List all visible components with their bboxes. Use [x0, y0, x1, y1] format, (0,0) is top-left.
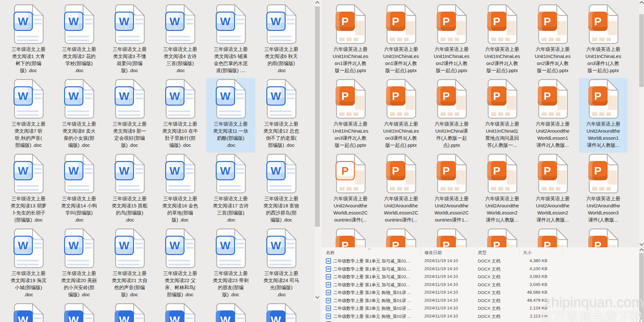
column-header-name[interactable]: 名称: [326, 250, 335, 256]
file-item[interactable]: W 三年级语文上册 类文阅读9 那一 定会很好(部编 版) .doc: [105, 78, 154, 153]
file-item[interactable]: P 六年级英语上册 Unit1InChinaLes on1课件3(人教 版一起点…: [377, 3, 426, 78]
document-content-lines-icon: [440, 187, 459, 191]
word-icon: W: [115, 86, 134, 106]
column-separator[interactable]: [519, 249, 519, 256]
column-header-size[interactable]: 大小: [523, 250, 532, 256]
file-icon: W: [266, 79, 297, 119]
file-item[interactable]: P 六年级英语上册 Unit2Aroundthe WorldLesson2 课件…: [478, 153, 527, 227]
file-list-row[interactable]: W 二年级数学上册 第1单元 加与减_第02... 2024/11/19 14:…: [321, 273, 644, 281]
file-item[interactable]: W 三年级语文上册 类文阅读14 小狗 学叫(部编版) .doc: [55, 153, 104, 227]
column-separator[interactable]: [474, 249, 474, 256]
file-item[interactable]: W 三年级语文上册 类文阅读20 美丽 的小兴安岭(部 编版) .doc: [55, 227, 104, 302]
powerpoint-icon: P: [386, 12, 405, 31]
file-item[interactable]: W 三年级语文上册 类文阅读3 不懂 就要问(部编 版) .doc: [105, 3, 154, 78]
file-list-name: 二年级数学上册 第1单元 加与减_第02...: [333, 274, 418, 280]
file-item[interactable]: P 六年级英语上册 Unit2Aroundthe WorldLesson2C o…: [326, 153, 375, 227]
file-item[interactable]: P 六年级英语上册 Unit1InChinaLes on2课件3(人教 版一起点…: [528, 3, 577, 78]
scroll-down-button[interactable]: [315, 294, 320, 299]
file-list-row[interactable]: W 二年级数学上册 第2单元 购物_第01讲 ... 2024/11/19 14…: [321, 297, 644, 305]
column-header-date[interactable]: 修改日期: [424, 250, 442, 256]
file-name: 三年级语文上册 类文阅读16 金色 的草地(部编 版) .doc: [162, 195, 198, 223]
column-separator[interactable]: [563, 249, 563, 256]
file-name: 三年级语文上册 类文阅读2 花的 学校(部编版) .doc: [62, 46, 96, 74]
document-content-lines-icon: [542, 112, 560, 116]
file-item[interactable]: P 六年级英语上册 Unit1InChina位 置地点询问及回 答(人教版一..…: [478, 78, 527, 153]
file-item[interactable]: W: [105, 302, 154, 322]
file-item[interactable]: P 六年级英语上册 Unit1InChinaLes on2课件1(人教 版一起点…: [427, 3, 476, 78]
document-content-lines-icon: [135, 164, 143, 175]
file-list-row[interactable]: W 二年级数学上册 第2单元 购物_第02讲 ... 2024/11/19 14…: [321, 312, 644, 320]
file-item[interactable]: W 三年级语文上册 类文阅读19 海滨 小城(部编版) .doc: [4, 227, 53, 302]
file-item[interactable]: P 六年级英语上册 Unit2Aroundthe WorldLesson2C o…: [377, 153, 426, 227]
scrollbar-thumb[interactable]: [639, 14, 644, 87]
file-item[interactable]: P 六年级英语上册 Unit2Aroundthe WorldLesson1 课件…: [579, 78, 628, 153]
file-item[interactable]: P 六年级英语上册 Unit1InChinaLes on3课件3(人教 版一起点…: [377, 78, 426, 153]
scrollbar-thumb[interactable]: [639, 253, 644, 322]
file-item[interactable]: W: [206, 302, 255, 322]
file-name: 三年级语文上册 类文阅读24 司马 光(部编版) .doc: [263, 270, 299, 298]
file-icon: W: [266, 303, 297, 322]
file-item[interactable]: W 三年级语文上册 类文阅读18 富饶 的西沙群岛(部 编版) .doc: [257, 153, 306, 227]
file-list-row[interactable]: W 二年级数学上册 第2单元 购物_第02讲 ... 2024/11/19 14…: [321, 304, 644, 312]
file-item[interactable]: W 三年级语文上册 类文阅读17 古诗 三首(部编版) .doc: [206, 153, 255, 227]
file-item[interactable]: W: [257, 302, 306, 322]
file-item[interactable]: W 三年级语文上册 类文阅读8 卖火 柴的小女孩(部 编版) .doc: [55, 78, 104, 153]
file-item[interactable]: W 三年级语文上册 类文阅读13 胡萝 卜先生的长胡子 (部编版) .doc: [4, 153, 53, 227]
file-item[interactable]: P 六年级英语上册 Unit2Aroundthe WorldLesson2 课件…: [528, 153, 577, 227]
document-content-lines-icon: [34, 164, 42, 175]
file-item[interactable]: W 三年级语文上册 类文阅读5 铺满 金色巴掌的水泥 道(部编版) ....: [206, 3, 255, 78]
right-grid-scrollbar[interactable]: [639, 0, 644, 247]
document-content-lines-icon: [339, 112, 358, 116]
list-scrollbar[interactable]: [639, 247, 644, 322]
scroll-up-button[interactable]: [315, 0, 320, 5]
file-item[interactable]: W 三年级语文上册 类文阅读21 大自 然的声音(部编 版) .doc: [105, 227, 154, 302]
file-list-row[interactable]: W 二年级数学上册 第1单元 加与减_第02... 2024/11/19 14:…: [321, 281, 644, 289]
file-item[interactable]: W 三年级语文上册 类文阅读10 在牛 肚子里旅行(部 编版) .doc: [156, 78, 205, 153]
file-item[interactable]: W: [55, 302, 104, 322]
file-item[interactable]: W 三年级语文上册 类文阅读6 秋天 的雨(部编版) .doc: [257, 3, 306, 78]
file-item[interactable]: P 六年级英语上册 Unit1InChinaLes on3课件2(人教 版一起点…: [326, 78, 375, 153]
file-item[interactable]: W 三年级语文上册 类文阅读4 古诗 三首(部编版) .doc: [156, 3, 205, 78]
file-item[interactable]: W 三年级语文上册 类文阅读1 大青 树下的(部编 版) .doc: [4, 3, 53, 78]
file-item[interactable]: P 六年级英语上册 Unit2Aroundthe WorldLesson2C o…: [427, 153, 476, 227]
file-item[interactable]: W: [4, 302, 53, 322]
file-item[interactable]: W 三年级语文上册 类文阅读2 花的 学校(部编版) .doc: [55, 3, 104, 78]
file-list-row[interactable]: W 二年级数学上册 第1单元 加与减_第01... 2024/11/19 14:…: [321, 257, 644, 265]
document-content-lines-icon: [85, 89, 92, 101]
file-item[interactable]: P 六年级英语上册 Unit1InChinaLes on1课件2(人教 版一起点…: [326, 3, 375, 78]
file-item[interactable]: W 三年级语文上册 类文阅读7 听 听,秋的声音( 部编版) .doc: [4, 78, 53, 153]
file-list-row[interactable]: W 二年级数学上册 第2单元 购物_第01讲 ... 2024/11/19 14…: [321, 289, 644, 297]
file-icon: P: [436, 4, 467, 44]
left-scrollbar[interactable]: [315, 0, 320, 299]
scroll-up-button[interactable]: [639, 247, 644, 252]
file-list-type: DOCX 文档: [478, 258, 500, 264]
file-name: 三年级语文上册 类文阅读15 搭船 的鸟(部编版) .doc: [112, 195, 147, 223]
document-content-lines-icon: [287, 164, 295, 175]
column-separator[interactable]: [421, 249, 421, 256]
file-item[interactable]: P 六年级英语上册 Unit2Aroundthe WorldLesson1 课件…: [528, 78, 577, 153]
file-list-row[interactable]: W 二年级数学上册 第3单元 数一数与乘法... 2024/11/19 14:1…: [321, 320, 644, 322]
document-content-lines-icon: [34, 313, 42, 322]
column-header-type[interactable]: 类型: [478, 250, 487, 256]
file-item[interactable]: W: [156, 302, 205, 322]
file-list-row[interactable]: W 二年级数学上册 第1单元 加与减_第01... 2024/11/19 14:…: [321, 265, 644, 273]
file-item[interactable]: W 三年级语文上册 类文阅读11 一块 奶酪(部编版) .doc: [206, 78, 255, 153]
file-item[interactable]: P 六年级英语上册 Unit1InChinaLes on3课件1(人教 版一起点…: [579, 3, 628, 78]
file-icon: P: [537, 79, 568, 119]
file-item[interactable]: W 三年级语文上册 类文阅读22 父 亲、树林和鸟( 部编版) .doc: [156, 227, 205, 302]
word-icon: W: [165, 12, 185, 31]
file-item[interactable]: P 六年级英语上册 Unit1InChina课 件(人教版一起 点).pptx: [427, 78, 476, 153]
file-item[interactable]: P 六年级英语上册 Unit2Aroundthe WorldLesson3 课件…: [579, 153, 628, 227]
file-item[interactable]: W 三年级语文上册 类文阅读16 金色 的草地(部编 版) .doc: [156, 153, 205, 227]
scroll-up-button[interactable]: [639, 0, 644, 5]
scroll-down-button[interactable]: [639, 242, 644, 247]
file-name: 三年级语文上册 类文阅读13 胡萝 卜先生的长胡子 (部编版) .doc: [11, 195, 46, 223]
file-item[interactable]: P 六年级英语上册 Unit1InChinaLes on2课件2(人教 版一起点…: [478, 3, 527, 78]
file-item[interactable]: W 三年级语文上册 类文阅读15 搭船 的鸟(部编版) .doc: [105, 153, 154, 227]
document-content-lines-icon: [34, 239, 42, 250]
file-item[interactable]: W 三年级语文上册 类文阅读12 总也 倒不了的老屋( 部编版) .doc: [257, 78, 306, 153]
scrollbar-thumb[interactable]: [315, 6, 320, 227]
file-item[interactable]: W 三年级语文上册 类文阅读23 带刺 的朋友(部编 版) .doc: [206, 227, 255, 302]
file-name: 六年级英语上册 Unit2Aroundthe WorldLesson3 课件(人…: [586, 195, 620, 223]
file-item[interactable]: W 三年级语文上册 类文阅读24 司马 光(部编版) .doc: [257, 227, 306, 302]
